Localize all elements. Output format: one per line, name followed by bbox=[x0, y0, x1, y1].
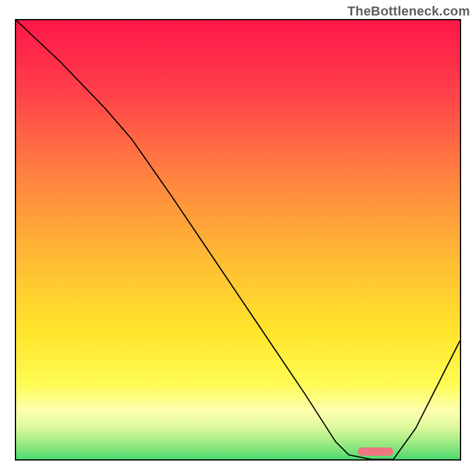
optimal-range-marker bbox=[358, 447, 393, 456]
curve-layer bbox=[16, 20, 460, 459]
watermark-text: TheBottleneck.com bbox=[347, 4, 470, 19]
bottleneck-line bbox=[16, 20, 460, 459]
plot-frame bbox=[15, 19, 461, 461]
